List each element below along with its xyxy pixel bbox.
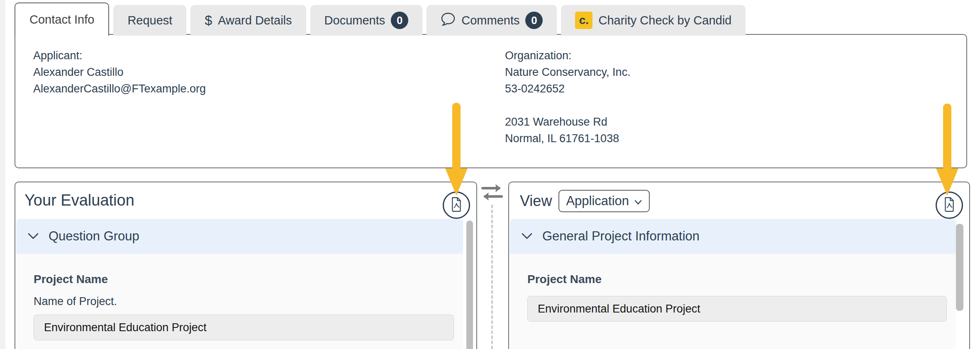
tab-bar: Contact Info Request $ Award Details Doc… [15,2,746,36]
organization-label: Organization: [505,47,631,64]
applicant-name: Alexander Castillo [33,64,206,80]
tab-label: Award Details [218,14,292,27]
applicant-block: Applicant: Alexander Castillo AlexanderC… [33,47,206,97]
pdf-file-icon [943,197,956,213]
view-document-dropdown[interactable]: Application [558,190,650,212]
organization-address-line1: 2031 Warehouse Rd [505,114,631,130]
tab-label: Documents [324,14,385,27]
evaluation-panel-title: Your Evaluation [24,191,134,209]
pdf-file-icon [450,197,463,213]
tab-award-details[interactable]: $ Award Details [190,5,306,36]
view-pdf-export-button[interactable] [936,191,963,219]
application-field: Project Name Environmental Education Pro… [510,254,956,322]
swap-arrows-icon [479,196,505,203]
organization-block: Organization: Nature Conservancy, Inc. 5… [505,47,631,147]
tab-contact-info[interactable]: Contact Info [15,2,109,36]
view-application-panel: View Application [508,182,970,349]
spacer [505,97,631,114]
project-name-value[interactable]: Environmental Education Project [527,296,947,322]
dropdown-value: Application [566,194,629,208]
tab-documents[interactable]: Documents 0 [310,5,423,36]
speech-bubble-icon [441,12,456,29]
dollar-icon: $ [205,13,212,28]
chevron-down-icon [27,229,39,244]
tab-label: Comments [461,14,519,27]
field-label: Project Name [34,273,454,286]
organization-name: Nature Conservancy, Inc. [505,64,631,80]
view-panel-body: General Project Information Project Name… [510,219,956,349]
view-label: View [520,192,552,210]
section-header-label: Question Group [49,229,139,244]
chevron-down-icon [521,229,533,244]
your-evaluation-panel: Your Evaluation Question Grou [15,182,477,349]
evaluation-panel-body: Question Group Project Name Name of Proj… [16,219,463,349]
tab-request[interactable]: Request [113,5,186,36]
project-name-input[interactable]: Environmental Education Project [34,315,454,340]
field-label: Project Name [527,273,947,286]
general-project-information-section-header[interactable]: General Project Information [510,219,956,254]
section-header-label: General Project Information [542,229,700,244]
request-detail-screen: Contact Info Request $ Award Details Doc… [0,0,980,349]
candid-c-icon: c. [575,12,592,29]
question-group-section-header[interactable]: Question Group [16,219,463,254]
tab-label: Request [127,14,172,27]
view-panel-header: View Application [509,182,969,219]
tab-charity-check[interactable]: c. Charity Check by Candid [561,5,746,36]
organization-ein: 53-0242652 [505,80,631,97]
evaluation-field: Project Name Name of Project. Environmen… [16,254,463,340]
evaluation-pdf-export-button[interactable] [443,191,470,219]
tab-label: Charity Check by Candid [598,14,731,27]
comments-count-badge: 0 [525,12,543,29]
contact-info-panel: Applicant: Alexander Castillo AlexanderC… [15,34,967,168]
applicant-email: AlexanderCastillo@FTexample.org [33,80,206,97]
organization-address-line2: Normal, IL 61761-1038 [505,130,631,147]
tab-comments[interactable]: Comments 0 [427,5,557,36]
swap-panels-button[interactable] [479,183,505,203]
view-scrollbar-thumb[interactable] [956,224,963,311]
applicant-label: Applicant: [33,47,206,64]
panel-divider [491,205,493,349]
page-left-gutter [0,0,5,349]
tab-label: Contact Info [29,13,94,27]
chevron-down-icon [634,194,642,208]
field-description: Name of Project. [34,295,454,308]
documents-count-badge: 0 [391,12,408,29]
evaluation-scrollbar-thumb[interactable] [466,221,473,349]
evaluation-panel-header: Your Evaluation [15,182,476,219]
